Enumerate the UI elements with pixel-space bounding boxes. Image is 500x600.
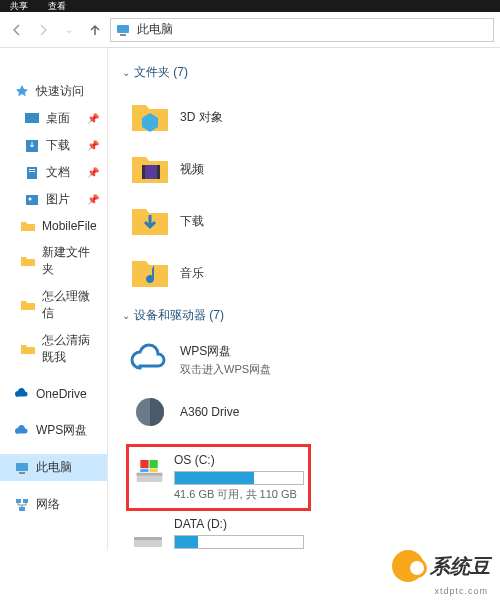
folder-download-icon [128, 199, 172, 243]
document-icon [24, 165, 40, 181]
label: 快速访问 [36, 83, 84, 100]
drive-label: OS (C:) [174, 453, 304, 467]
cloud-item[interactable]: WPS网盘 双击进入WPS网盘 [126, 334, 311, 386]
svg-rect-0 [117, 25, 129, 33]
tab[interactable]: 查看 [48, 0, 66, 13]
sidebar-this-pc[interactable]: 此电脑 [0, 454, 107, 481]
wps-cloud-icon [128, 338, 172, 382]
label: 下载 [46, 137, 70, 154]
desktop-icon [24, 111, 40, 127]
svg-rect-7 [26, 195, 38, 205]
watermark-logo-icon [392, 550, 424, 582]
sidebar-onedrive[interactable]: OneDrive [0, 381, 107, 407]
sidebar-folder[interactable]: 怎么理微信 [0, 283, 107, 327]
svg-rect-9 [16, 463, 28, 471]
cloud-icon [14, 423, 30, 439]
label: 图片 [46, 191, 70, 208]
sidebar-folder[interactable]: MobileFile [0, 213, 107, 239]
watermark-url: xtdptc.com [434, 586, 488, 596]
label: 怎么理微信 [42, 288, 99, 322]
address-bar[interactable]: 此电脑 [110, 18, 494, 42]
label: 3D 对象 [180, 109, 223, 126]
download-icon [24, 138, 40, 154]
watermark-text: 系统豆 [430, 553, 490, 580]
svg-rect-22 [140, 469, 148, 472]
folder-icon [20, 297, 36, 313]
folder-icon [20, 253, 36, 269]
section-drives-header[interactable]: ⌄ 设备和驱动器 (7) [108, 301, 500, 330]
sidebar-item-desktop[interactable]: 桌面 📌 [0, 105, 107, 132]
label: 桌面 [46, 110, 70, 127]
back-button[interactable] [6, 19, 28, 41]
label: 文档 [46, 164, 70, 181]
sidebar-quick-access[interactable]: 快速访问 [0, 78, 107, 105]
folder-item[interactable]: 视频 [126, 143, 311, 195]
label: OneDrive [36, 387, 87, 401]
svg-rect-4 [27, 167, 37, 179]
svg-point-8 [29, 197, 32, 200]
label: 文件夹 (7) [134, 64, 188, 81]
svg-rect-10 [19, 472, 25, 474]
sidebar-item-downloads[interactable]: 下载 📌 [0, 132, 107, 159]
svg-rect-5 [29, 169, 35, 170]
up-button[interactable] [84, 19, 106, 41]
sidebar: 快速访问 桌面 📌 下载 📌 文档 📌 图片 📌 MobileFile [0, 48, 108, 550]
folder-item[interactable]: 下载 [126, 195, 311, 247]
folder-3d-icon [128, 95, 172, 139]
pc-icon [14, 460, 30, 476]
drive-d[interactable]: DATA (D:) 353 GB 可用, 共 431 GB [126, 511, 311, 550]
drive-label: DATA (D:) [174, 517, 307, 531]
folder-icon [20, 218, 36, 234]
folder-item[interactable]: 音乐 [126, 247, 311, 299]
folder-music-icon [128, 251, 172, 295]
section-folders-header[interactable]: ⌄ 文件夹 (7) [108, 58, 500, 87]
svg-rect-23 [150, 469, 158, 472]
svg-rect-1 [120, 34, 126, 36]
sublabel: 双击进入WPS网盘 [180, 362, 271, 377]
sidebar-wps[interactable]: WPS网盘 [0, 417, 107, 444]
usage-bar [174, 535, 304, 549]
arrow-left-icon [9, 22, 25, 38]
pin-icon: 📌 [87, 167, 99, 178]
sidebar-item-documents[interactable]: 文档 📌 [0, 159, 107, 186]
label: WPS网盘 [180, 343, 271, 360]
drive-sublabel: 41.6 GB 可用, 共 110 GB [174, 487, 304, 502]
sidebar-network[interactable]: 网络 [0, 491, 107, 518]
pin-icon: 📌 [87, 194, 99, 205]
svg-rect-16 [157, 165, 160, 179]
network-icon [14, 497, 30, 513]
window-tabs: 共享 查看 [0, 0, 500, 12]
chevron-down-icon: ⌄ [122, 310, 130, 321]
label: WPS网盘 [36, 422, 87, 439]
drive-c[interactable]: OS (C:) 41.6 GB 可用, 共 110 GB [126, 444, 311, 511]
svg-rect-2 [25, 113, 39, 123]
folder-item[interactable]: 3D 对象 [126, 91, 311, 143]
svg-rect-21 [150, 460, 158, 468]
svg-rect-6 [29, 171, 35, 172]
arrow-up-icon [87, 22, 103, 38]
label: 视频 [180, 161, 204, 178]
forward-button[interactable] [32, 19, 54, 41]
watermark: 系统豆 [392, 550, 490, 582]
label: 网络 [36, 496, 60, 513]
cloud-item[interactable]: A360 Drive [126, 386, 311, 438]
sidebar-item-pictures[interactable]: 图片 📌 [0, 186, 107, 213]
drive-icon [130, 517, 166, 550]
svg-rect-15 [142, 165, 145, 179]
svg-rect-25 [134, 537, 162, 540]
sidebar-folder[interactable]: 怎么清病既我 [0, 327, 107, 371]
arrow-right-icon [35, 22, 51, 38]
address-text: 此电脑 [137, 21, 173, 38]
label: MobileFile [42, 219, 97, 233]
chevron-down-icon: ⌄ [122, 67, 130, 78]
tab[interactable]: 共享 [10, 0, 28, 13]
cloud-icon [14, 386, 30, 402]
svg-rect-19 [137, 473, 163, 476]
folder-icon [20, 341, 36, 357]
folder-video-icon [128, 147, 172, 191]
svg-rect-20 [140, 460, 148, 468]
pin-icon: 📌 [87, 140, 99, 151]
label: A360 Drive [180, 405, 239, 419]
recent-button[interactable]: ⌄ [58, 19, 80, 41]
sidebar-folder[interactable]: 新建文件夹 [0, 239, 107, 283]
